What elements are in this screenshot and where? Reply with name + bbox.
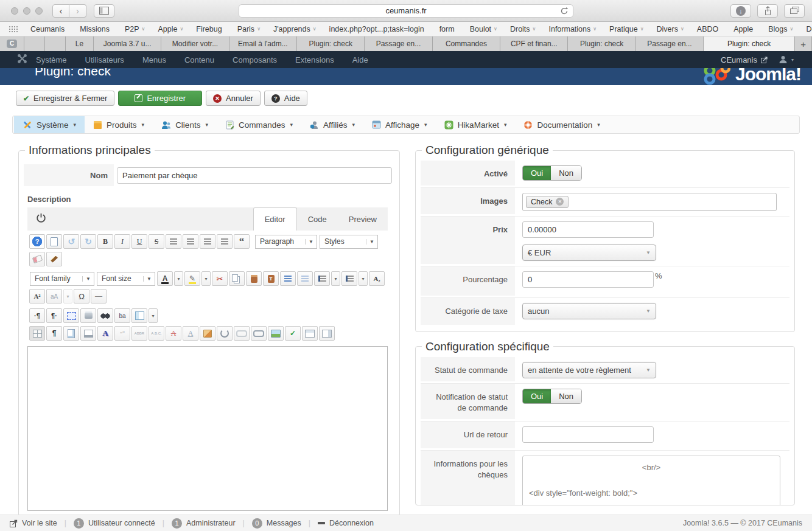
reload-icon[interactable] <box>560 7 569 17</box>
left-to-right-icon[interactable]: ·¶ <box>29 308 45 323</box>
admin-menu-item[interactable]: Système <box>36 55 67 64</box>
insertion-icon[interactable]: A <box>183 326 198 341</box>
window-controls[interactable] <box>11 7 43 15</box>
active-yes-button[interactable]: Oui <box>523 166 551 180</box>
admin-menu-item[interactable]: Aide <box>352 55 368 64</box>
statut-select[interactable]: en attente de votre règlement▼ <box>522 362 656 378</box>
browser-tab[interactable]: Commandes <box>433 36 500 51</box>
fullscreen-icon[interactable] <box>63 308 79 323</box>
forward-button[interactable]: › <box>69 4 86 18</box>
remove-format-icon[interactable] <box>29 252 45 266</box>
align-right-icon[interactable] <box>200 234 215 249</box>
right-to-left-icon[interactable]: ¶· <box>46 308 62 323</box>
browser-tab[interactable]: Email à l'adm... <box>229 36 297 51</box>
view-site-link[interactable]: Voir le site <box>10 519 57 527</box>
bookmark-item[interactable]: Informations∨ <box>548 25 597 33</box>
insert-table-icon[interactable] <box>131 308 147 323</box>
close-window-button[interactable] <box>11 7 18 15</box>
hika-menu-commandes[interactable]: Commandes▾ <box>217 116 301 133</box>
bold-icon[interactable]: B <box>97 234 113 249</box>
quote-icon[interactable]: “” <box>114 326 130 341</box>
table-grid-icon[interactable] <box>29 326 45 341</box>
images-input[interactable]: Check ✕ <box>522 193 777 211</box>
paragraph-select[interactable]: Paragraph▼ <box>255 235 317 249</box>
admin-menu-item[interactable]: Menus <box>142 55 166 64</box>
spellcheck-icon[interactable]: ✓ <box>285 326 301 341</box>
cancel-button[interactable]: ✕Annuler <box>206 91 261 106</box>
anchor-icon[interactable] <box>217 326 233 341</box>
cut-icon[interactable]: ✂ <box>212 271 228 286</box>
code-tab[interactable]: Code <box>297 207 338 231</box>
hika-menu-documentation[interactable]: Documentation▾ <box>515 116 608 133</box>
hika-menu-systeme[interactable]: Système▾ <box>14 116 85 133</box>
subscript-icon[interactable]: A₂ <box>369 271 385 286</box>
bookmark-item[interactable]: Apple∨ <box>158 25 183 33</box>
notification-no-button[interactable]: Non <box>551 389 581 403</box>
print-icon[interactable] <box>80 308 96 323</box>
bullet-list-icon[interactable] <box>341 271 357 286</box>
undo-icon[interactable]: ↺ <box>63 234 79 249</box>
minimize-window-button[interactable] <box>23 7 30 15</box>
bookmark-item[interactable]: index.php?opt...p;task=login <box>329 25 427 33</box>
active-no-button[interactable]: Non <box>551 166 581 180</box>
editor-help-icon[interactable]: ? <box>29 234 45 249</box>
abbreviation-icon[interactable]: ABBR <box>131 326 147 341</box>
iframe-icon[interactable] <box>319 326 335 341</box>
bookmark-item[interactable]: ABDO <box>697 25 721 33</box>
hika-menu-produits[interactable]: Produits▾ <box>85 116 153 133</box>
tab-overview-button[interactable] <box>784 4 805 18</box>
new-document-icon[interactable] <box>46 234 62 249</box>
paste-as-text-icon[interactable] <box>263 271 279 286</box>
bookmark-item[interactable]: Missions <box>80 25 112 33</box>
bookmark-item[interactable]: Downloads∨ <box>806 25 812 33</box>
bookmark-item[interactable]: Droits∨ <box>510 25 536 33</box>
page-break-icon[interactable] <box>80 326 96 341</box>
hika-menu-affichage[interactable]: Affichage▾ <box>363 116 436 133</box>
insert-image-icon[interactable] <box>268 326 284 341</box>
bookmark-item[interactable]: Firebug <box>196 25 224 33</box>
layer-icon[interactable] <box>302 326 318 341</box>
numbered-list-icon[interactable] <box>314 271 330 286</box>
sidebar-button[interactable] <box>94 4 114 18</box>
copy-icon[interactable] <box>229 271 245 286</box>
change-case-icon[interactable]: aA <box>46 289 62 304</box>
cleanup-icon[interactable] <box>46 252 62 266</box>
currency-select[interactable]: € EUR▼ <box>522 245 656 261</box>
logout-link[interactable]: Déconnexion <box>318 519 374 527</box>
admin-menu-item[interactable]: Extensions <box>295 55 334 64</box>
font-size-select[interactable]: Font size▼ <box>97 272 155 286</box>
admin-menu-item[interactable]: Contenu <box>184 55 214 64</box>
browser-tab[interactable]: Passage en... <box>365 36 432 51</box>
bookmark-item[interactable]: Divers∨ <box>657 25 684 33</box>
save-button[interactable]: Enregistrer <box>118 91 202 106</box>
downloads-button[interactable]: ↓ <box>730 4 751 18</box>
horizontal-rule-icon[interactable]: — <box>91 289 107 304</box>
superscript-icon[interactable]: A² <box>29 289 45 304</box>
align-left-icon[interactable] <box>166 234 181 249</box>
taxe-select[interactable]: aucun▼ <box>522 303 656 319</box>
editor-toggle-button[interactable] <box>36 213 46 226</box>
browser-tab[interactable]: CPF et finan... <box>500 36 568 51</box>
link-icon[interactable] <box>251 326 267 341</box>
bookmark-item[interactable]: J'apprends∨ <box>273 25 317 33</box>
text-color-icon[interactable]: A <box>157 271 173 286</box>
user-menu-button[interactable]: ▾ <box>779 55 794 64</box>
browser-tab[interactable] <box>24 36 45 51</box>
browser-tab[interactable]: Plugin: check <box>568 36 635 51</box>
url-retour-input[interactable] <box>522 426 654 443</box>
save-close-button[interactable]: ✔Enregistrer & Fermer <box>16 91 114 106</box>
editor-tab[interactable]: Editor <box>253 207 297 231</box>
browser-tab[interactable]: Modifier votr... <box>161 36 229 51</box>
bookmark-item[interactable]: Apple <box>733 25 755 33</box>
outdent-icon[interactable] <box>297 271 313 286</box>
image-edit-icon[interactable] <box>200 326 215 341</box>
bookmark-item[interactable]: Pratique∨ <box>609 25 643 33</box>
highlight-color-icon[interactable]: ✎ <box>184 271 200 286</box>
font-style-icon[interactable]: A <box>97 326 113 341</box>
infos-cheques-textarea[interactable]: <br/> <div style="font-weight: bold;"> <box>522 456 780 505</box>
search-replace-icon[interactable] <box>97 308 113 323</box>
font-family-select[interactable]: Font family▼ <box>30 272 94 286</box>
browser-tab[interactable]: Plugin: check <box>704 36 795 51</box>
bookmark-item[interactable]: Paris∨ <box>237 25 261 33</box>
blockquote-icon[interactable]: “ <box>234 234 250 249</box>
